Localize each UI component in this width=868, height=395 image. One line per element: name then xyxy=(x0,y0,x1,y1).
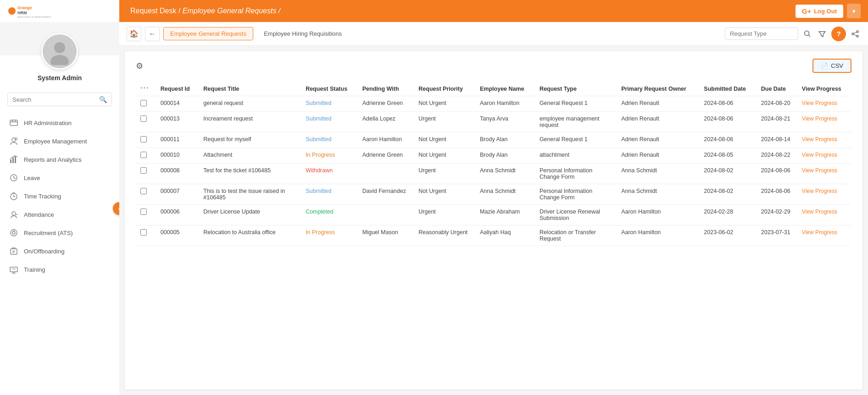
cell-employee-name: Aaron Hamilton xyxy=(475,96,535,112)
search-box[interactable]: 🔍 xyxy=(7,93,112,106)
view-progress-button-6[interactable]: View Progress xyxy=(802,208,837,215)
row-checkbox-0[interactable] xyxy=(140,100,147,106)
hr-admin-icon xyxy=(9,118,18,127)
view-progress-button-7[interactable]: View Progress xyxy=(802,229,837,236)
logout-button[interactable]: G+ Log Out xyxy=(796,5,843,18)
cell-status: Completed xyxy=(301,205,358,225)
svg-marker-34 xyxy=(819,32,825,37)
sidebar-item-hr-administration[interactable]: HR Administration xyxy=(0,114,119,132)
row-checkbox-4[interactable] xyxy=(140,167,147,174)
row-checkbox-5[interactable] xyxy=(140,188,147,194)
tab-employee-hiring-requisitions[interactable]: Employee Hiring Requisitions xyxy=(257,27,349,40)
row-checkbox-1[interactable] xyxy=(140,115,147,122)
view-progress-button-5[interactable]: View Progress xyxy=(802,188,837,194)
svg-text:NEW LEVEL OF MANAGEMENT: NEW LEVEL OF MANAGEMENT xyxy=(17,16,51,18)
sidebar-item-training[interactable]: Training xyxy=(0,260,119,279)
view-progress-button-4[interactable]: View Progress xyxy=(802,167,837,174)
share-button[interactable] xyxy=(850,28,861,39)
row-checkbox-7[interactable] xyxy=(140,229,147,236)
col-submitted-date: Submitted Date xyxy=(699,80,756,96)
tab-employee-general-requests[interactable]: Employee General Requests xyxy=(163,27,253,40)
cell-employee-name: Mazie Abraham xyxy=(475,205,535,225)
table-container: ⚙ 📄 CSV ··· Request Id Request Title Req… xyxy=(125,51,862,390)
sidebar-item-attendance[interactable]: Attendance xyxy=(0,205,119,224)
cell-request-type: attachtment xyxy=(535,148,617,164)
recruitment-icon xyxy=(9,228,18,237)
table-row: 000010 Attachment In Progress Adrienne G… xyxy=(136,148,851,164)
svg-point-4 xyxy=(54,42,65,53)
cell-submitted-date: 2024-08-02 xyxy=(699,184,756,205)
cell-due-date: 2024-08-21 xyxy=(757,112,797,132)
help-button[interactable]: ? xyxy=(831,27,846,41)
cell-title: Driver License Update xyxy=(199,205,301,225)
back-button[interactable]: ← xyxy=(145,27,160,41)
cell-view-progress: View Progress xyxy=(797,112,851,132)
request-type-search[interactable] xyxy=(725,27,798,40)
search-icon-button[interactable]: 🔍 xyxy=(99,96,107,103)
cell-view-progress: View Progress xyxy=(797,132,851,148)
settings-button[interactable]: ⚙ xyxy=(136,61,143,71)
cell-id: 000010 xyxy=(156,148,199,164)
logout-dropdown-button[interactable]: ▾ xyxy=(847,4,861,18)
cell-id: 000011 xyxy=(156,132,199,148)
row-checkbox-2[interactable] xyxy=(140,136,147,143)
sidebar-item-label: Leave xyxy=(24,175,40,181)
header-title: Request Desk / Employee General Requests… xyxy=(127,7,796,15)
cell-submitted-date: 2024-08-02 xyxy=(699,164,756,184)
sidebar-item-recruitment[interactable]: Recruitment (ATS) xyxy=(0,224,119,242)
sidebar-item-onboarding[interactable]: On/Offboarding xyxy=(0,242,119,260)
row-checkbox-3[interactable] xyxy=(140,152,147,158)
view-progress-button-1[interactable]: View Progress xyxy=(802,115,837,122)
view-progress-button-0[interactable]: View Progress xyxy=(802,100,837,106)
row-checkbox-6[interactable] xyxy=(140,208,147,215)
search-input[interactable] xyxy=(12,96,99,103)
sidebar-item-reports[interactable]: Reports and Analytics xyxy=(0,150,119,169)
header-title-main: Request Desk / xyxy=(130,7,180,15)
sidebar-item-time-tracking[interactable]: Time Tracking xyxy=(0,187,119,205)
cell-status: Submitted xyxy=(301,112,358,132)
cell-pending-with: Aaron Hamilton xyxy=(358,132,414,148)
svg-point-35 xyxy=(857,31,858,33)
cell-title: Increament request xyxy=(199,112,301,132)
cell-view-progress: View Progress xyxy=(797,205,851,225)
cell-title: Test for the ticket #106485 xyxy=(199,164,301,184)
home-button[interactable]: 🏠 xyxy=(127,27,141,41)
cell-request-type: employee management request xyxy=(535,112,617,132)
three-dots[interactable]: ··· xyxy=(140,84,149,92)
table-row: 000011 Request for myself Submitted Aaro… xyxy=(136,132,851,148)
cell-submitted-date: 2024-08-05 xyxy=(699,148,756,164)
view-progress-button-2[interactable]: View Progress xyxy=(802,136,837,143)
cell-employee-name: Brody Alan xyxy=(475,132,535,148)
csv-export-button[interactable]: 📄 CSV xyxy=(812,59,851,73)
search-button[interactable] xyxy=(802,28,813,39)
view-progress-button-3[interactable]: View Progress xyxy=(802,152,837,158)
cell-submitted-date: 2023-06-02 xyxy=(699,225,756,246)
leave-icon xyxy=(9,173,18,182)
cell-pending-with: Miguel Mason xyxy=(358,225,414,246)
sub-nav: 🏠 ← Employee General Requests Employee H… xyxy=(119,22,868,46)
cell-primary-owner: Anna Schmidt xyxy=(617,184,699,205)
cell-due-date: 2024-08-06 xyxy=(757,184,797,205)
sidebar-item-employee-management[interactable]: Employee Management xyxy=(0,132,119,150)
cell-submitted-date: 2024-08-06 xyxy=(699,132,756,148)
profile-name: System Admin xyxy=(38,74,82,82)
avatar xyxy=(41,33,78,70)
cell-id: 000008 xyxy=(156,164,199,184)
svg-point-20 xyxy=(12,212,16,215)
col-view-progress: View Progress xyxy=(797,80,851,96)
cell-request-type: Personal Information Change Form xyxy=(535,164,617,184)
sidebar-item-leave[interactable]: Leave xyxy=(0,169,119,187)
cell-primary-owner: Aaron Hamilton xyxy=(617,205,699,225)
cell-view-progress: View Progress xyxy=(797,164,851,184)
table-row: 000006 Driver License Update Completed U… xyxy=(136,205,851,225)
training-icon xyxy=(9,265,18,274)
svg-point-36 xyxy=(852,33,854,35)
share-icon xyxy=(851,30,859,38)
cell-status: Withdrawn xyxy=(301,164,358,184)
sidebar-item-label: Training xyxy=(24,266,45,273)
svg-point-0 xyxy=(8,7,16,15)
sidebar-item-label: On/Offboarding xyxy=(24,248,65,255)
filter-button[interactable] xyxy=(817,28,828,39)
orangehrm-logo: Orange HRM NEW LEVEL OF MANAGEMENT xyxy=(7,3,58,19)
cell-submitted-date: 2024-08-06 xyxy=(699,112,756,132)
